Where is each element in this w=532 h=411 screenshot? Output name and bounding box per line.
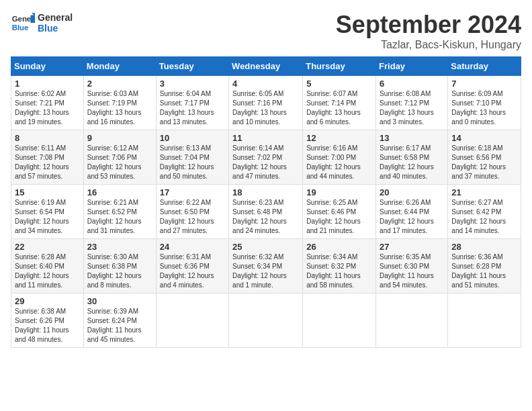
calendar-cell <box>229 293 303 348</box>
calendar-cell: 23Sunrise: 6:30 AM Sunset: 6:38 PM Dayli… <box>83 239 156 293</box>
calendar-cell: 10Sunrise: 6:13 AM Sunset: 7:04 PM Dayli… <box>156 130 228 185</box>
title-area: September 2024 Tazlar, Bacs-Kiskun, Hung… <box>336 11 521 51</box>
calendar-cell: 21Sunrise: 6:27 AM Sunset: 6:42 PM Dayli… <box>448 185 521 239</box>
day-info: Sunrise: 6:30 AM Sunset: 6:38 PM Dayligh… <box>87 253 152 290</box>
day-number: 4 <box>232 79 299 89</box>
calendar-cell <box>448 293 521 348</box>
day-number: 20 <box>380 187 444 197</box>
weekday-header-friday: Friday <box>376 57 448 76</box>
day-number: 12 <box>306 133 372 143</box>
calendar-cell <box>303 293 376 348</box>
svg-marker-2 <box>30 15 35 23</box>
day-info: Sunrise: 6:08 AM Sunset: 7:12 PM Dayligh… <box>380 89 444 127</box>
day-info: Sunrise: 6:38 AM Sunset: 6:26 PM Dayligh… <box>15 307 80 345</box>
day-info: Sunrise: 6:11 AM Sunset: 7:08 PM Dayligh… <box>15 144 80 181</box>
calendar-cell <box>376 293 448 348</box>
day-number: 1 <box>15 79 80 89</box>
day-info: Sunrise: 6:31 AM Sunset: 6:36 PM Dayligh… <box>160 253 225 290</box>
day-info: Sunrise: 6:28 AM Sunset: 6:40 PM Dayligh… <box>15 253 80 290</box>
day-number: 26 <box>306 242 372 252</box>
day-info: Sunrise: 6:09 AM Sunset: 7:10 PM Dayligh… <box>451 89 517 127</box>
logo-blue-text: Blue <box>38 23 73 34</box>
day-number: 8 <box>15 133 80 143</box>
day-number: 2 <box>87 79 152 89</box>
weekday-header-thursday: Thursday <box>303 57 376 76</box>
day-info: Sunrise: 6:39 AM Sunset: 6:24 PM Dayligh… <box>87 307 152 345</box>
calendar-week-row: 29Sunrise: 6:38 AM Sunset: 6:26 PM Dayli… <box>11 293 521 348</box>
weekday-header-sunday: Sunday <box>11 57 84 76</box>
weekday-header-tuesday: Tuesday <box>156 57 228 76</box>
calendar-week-row: 15Sunrise: 6:19 AM Sunset: 6:54 PM Dayli… <box>11 185 521 239</box>
logo-icon: General Blue <box>11 11 35 35</box>
calendar-week-row: 22Sunrise: 6:28 AM Sunset: 6:40 PM Dayli… <box>11 239 521 293</box>
day-number: 18 <box>232 187 299 197</box>
day-info: Sunrise: 6:32 AM Sunset: 6:34 PM Dayligh… <box>232 253 299 290</box>
day-number: 9 <box>87 133 152 143</box>
calendar-cell: 19Sunrise: 6:25 AM Sunset: 6:46 PM Dayli… <box>303 185 376 239</box>
day-info: Sunrise: 6:21 AM Sunset: 6:52 PM Dayligh… <box>87 198 152 236</box>
day-number: 14 <box>451 133 517 143</box>
weekday-header-wednesday: Wednesday <box>229 57 303 76</box>
calendar-cell: 25Sunrise: 6:32 AM Sunset: 6:34 PM Dayli… <box>229 239 303 293</box>
day-number: 28 <box>451 242 517 252</box>
calendar-cell: 2Sunrise: 6:03 AM Sunset: 7:19 PM Daylig… <box>83 76 156 130</box>
calendar-cell: 24Sunrise: 6:31 AM Sunset: 6:36 PM Dayli… <box>156 239 228 293</box>
calendar-week-row: 8Sunrise: 6:11 AM Sunset: 7:08 PM Daylig… <box>11 130 521 185</box>
day-info: Sunrise: 6:04 AM Sunset: 7:17 PM Dayligh… <box>160 89 225 127</box>
day-info: Sunrise: 6:25 AM Sunset: 6:46 PM Dayligh… <box>306 198 372 236</box>
day-info: Sunrise: 6:12 AM Sunset: 7:06 PM Dayligh… <box>87 144 152 181</box>
calendar-cell: 22Sunrise: 6:28 AM Sunset: 6:40 PM Dayli… <box>11 239 84 293</box>
page-header: General Blue General Blue September 2024… <box>11 11 521 51</box>
calendar-cell: 11Sunrise: 6:14 AM Sunset: 7:02 PM Dayli… <box>229 130 303 185</box>
calendar-cell: 15Sunrise: 6:19 AM Sunset: 6:54 PM Dayli… <box>11 185 84 239</box>
day-info: Sunrise: 6:13 AM Sunset: 7:04 PM Dayligh… <box>160 144 225 181</box>
day-number: 10 <box>160 133 225 143</box>
logo: General Blue General Blue <box>11 11 73 35</box>
logo-general-text: General <box>38 12 73 23</box>
day-number: 30 <box>87 296 152 306</box>
calendar-cell: 28Sunrise: 6:36 AM Sunset: 6:28 PM Dayli… <box>448 239 521 293</box>
day-number: 25 <box>232 242 299 252</box>
calendar-cell: 7Sunrise: 6:09 AM Sunset: 7:10 PM Daylig… <box>448 76 521 130</box>
calendar-cell: 17Sunrise: 6:22 AM Sunset: 6:50 PM Dayli… <box>156 185 228 239</box>
calendar-cell: 3Sunrise: 6:04 AM Sunset: 7:17 PM Daylig… <box>156 76 228 130</box>
day-number: 19 <box>306 187 372 197</box>
day-info: Sunrise: 6:07 AM Sunset: 7:14 PM Dayligh… <box>306 89 372 127</box>
day-info: Sunrise: 6:27 AM Sunset: 6:42 PM Dayligh… <box>451 198 517 236</box>
day-info: Sunrise: 6:19 AM Sunset: 6:54 PM Dayligh… <box>15 198 80 236</box>
calendar-cell: 8Sunrise: 6:11 AM Sunset: 7:08 PM Daylig… <box>11 130 84 185</box>
day-number: 3 <box>160 79 225 89</box>
calendar-cell: 4Sunrise: 6:05 AM Sunset: 7:16 PM Daylig… <box>229 76 303 130</box>
calendar-cell: 30Sunrise: 6:39 AM Sunset: 6:24 PM Dayli… <box>83 293 156 348</box>
calendar-cell: 20Sunrise: 6:26 AM Sunset: 6:44 PM Dayli… <box>376 185 448 239</box>
calendar-cell: 13Sunrise: 6:17 AM Sunset: 6:58 PM Dayli… <box>376 130 448 185</box>
day-number: 22 <box>15 242 80 252</box>
day-info: Sunrise: 6:16 AM Sunset: 7:00 PM Dayligh… <box>306 144 372 181</box>
day-number: 13 <box>380 133 444 143</box>
day-number: 11 <box>232 133 299 143</box>
calendar-table: SundayMondayTuesdayWednesdayThursdayFrid… <box>11 56 521 348</box>
calendar-cell: 27Sunrise: 6:35 AM Sunset: 6:30 PM Dayli… <box>376 239 448 293</box>
day-info: Sunrise: 6:23 AM Sunset: 6:48 PM Dayligh… <box>232 198 299 236</box>
calendar-cell: 16Sunrise: 6:21 AM Sunset: 6:52 PM Dayli… <box>83 185 156 239</box>
calendar-cell <box>156 293 228 348</box>
weekday-header-monday: Monday <box>83 57 156 76</box>
day-info: Sunrise: 6:36 AM Sunset: 6:28 PM Dayligh… <box>451 253 517 290</box>
weekday-header-saturday: Saturday <box>448 57 521 76</box>
month-title: September 2024 <box>336 11 521 39</box>
day-number: 27 <box>380 242 444 252</box>
calendar-cell: 1Sunrise: 6:02 AM Sunset: 7:21 PM Daylig… <box>11 76 84 130</box>
calendar-cell: 6Sunrise: 6:08 AM Sunset: 7:12 PM Daylig… <box>376 76 448 130</box>
calendar-cell: 5Sunrise: 6:07 AM Sunset: 7:14 PM Daylig… <box>303 76 376 130</box>
day-info: Sunrise: 6:18 AM Sunset: 6:56 PM Dayligh… <box>451 144 517 181</box>
calendar-cell: 18Sunrise: 6:23 AM Sunset: 6:48 PM Dayli… <box>229 185 303 239</box>
calendar-week-row: 1Sunrise: 6:02 AM Sunset: 7:21 PM Daylig… <box>11 76 521 130</box>
day-info: Sunrise: 6:02 AM Sunset: 7:21 PM Dayligh… <box>15 89 80 127</box>
calendar-cell: 9Sunrise: 6:12 AM Sunset: 7:06 PM Daylig… <box>83 130 156 185</box>
day-info: Sunrise: 6:26 AM Sunset: 6:44 PM Dayligh… <box>380 198 444 236</box>
day-number: 15 <box>15 187 80 197</box>
calendar-cell: 12Sunrise: 6:16 AM Sunset: 7:00 PM Dayli… <box>303 130 376 185</box>
day-number: 17 <box>160 187 225 197</box>
day-number: 16 <box>87 187 152 197</box>
day-number: 23 <box>87 242 152 252</box>
